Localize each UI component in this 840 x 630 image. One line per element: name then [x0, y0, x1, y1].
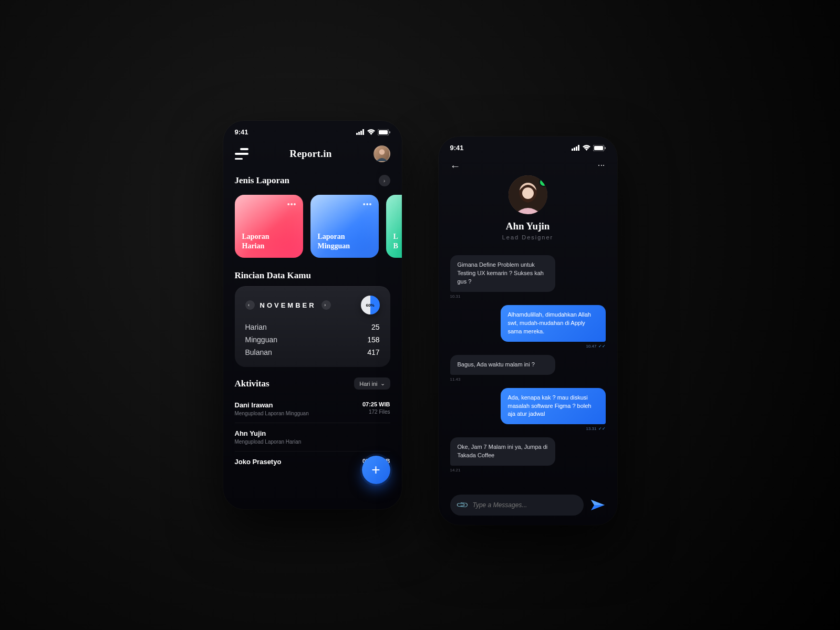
- svg-point-17: [522, 187, 534, 199]
- activity-sub: Mengupload Laporan Mingguan: [235, 411, 309, 416]
- chat-messages[interactable]: Gimana Define Problem untuk Testing UX k…: [439, 251, 617, 472]
- msg-time: 13.31: [586, 426, 596, 431]
- phone-report: 9:41 Report.in Jenis Laporan › ••• Lapor…: [223, 121, 402, 509]
- svg-rect-13: [594, 146, 603, 150]
- svg-rect-11: [578, 145, 579, 151]
- rincian-header: Rincian Data Kamu: [223, 270, 402, 281]
- card-label: Laporan: [242, 233, 269, 240]
- message-input-wrap[interactable]: 📎: [450, 495, 584, 516]
- wifi-icon: [583, 145, 590, 151]
- activity-name: Ahn Yujin: [235, 429, 302, 437]
- svg-rect-9: [574, 148, 575, 151]
- wifi-icon: [367, 129, 375, 135]
- activity-name: Dani Irawan: [235, 401, 309, 409]
- svg-rect-5: [379, 130, 388, 134]
- svg-rect-6: [389, 131, 390, 133]
- message-out[interactable]: Alhamdulillah, dimudahkan Allah swt, mud…: [450, 305, 606, 349]
- status-time: 9:41: [450, 144, 464, 152]
- avatar[interactable]: [374, 145, 390, 162]
- activity-name: Joko Prasetyo: [235, 458, 282, 466]
- aktivitas-header: Aktivitas Hari ini ⌄: [223, 367, 402, 395]
- bubble-text: Bagus, Ada waktu malam ini ?: [450, 355, 555, 375]
- card-label: Harian: [242, 242, 265, 250]
- card-label: L: [393, 233, 398, 240]
- detail-rows: Harian25 Mingguan158 Bulanan417: [245, 323, 380, 356]
- input-row: 📎: [450, 495, 606, 516]
- section-title-rincian: Rincian Data Kamu: [235, 270, 311, 281]
- svg-rect-0: [356, 133, 358, 135]
- signal-icon: [356, 129, 365, 135]
- read-icon: ✓✓: [598, 344, 606, 349]
- detail-row: Harian25: [245, 323, 380, 331]
- profile-role: Lead Designer: [502, 234, 554, 240]
- message-in[interactable]: Bagus, Ada waktu malam ini ? 11.43: [450, 355, 606, 382]
- detail-row: Mingguan158: [245, 335, 380, 344]
- back-icon[interactable]: ←: [450, 160, 461, 172]
- section-title-jenis: Jenis Laporan: [235, 175, 289, 186]
- card-label: B: [393, 242, 398, 250]
- avatar[interactable]: [509, 175, 547, 214]
- profile-name: Ahn Yujin: [506, 220, 550, 232]
- send-button[interactable]: [590, 499, 606, 511]
- battery-icon: [593, 145, 606, 151]
- read-icon: ✓✓: [598, 426, 606, 431]
- activity-item[interactable]: Ahn YujinMengupload Laporan Harian: [235, 423, 390, 451]
- message-out[interactable]: Ada, kenapa kak ? mau diskusi masalah so…: [450, 388, 606, 432]
- section-title-aktivitas: Aktivitas: [235, 379, 269, 389]
- svg-rect-10: [576, 146, 577, 151]
- phone-chat: 9:41 ← ⋮ Ahn Yujin Lead Designer Gimana …: [439, 136, 617, 525]
- activity-item[interactable]: Dani IrawanMengupload Laporan Mingguan 0…: [235, 395, 390, 423]
- chat-header: ← ⋮: [439, 155, 617, 172]
- svg-rect-2: [360, 131, 362, 135]
- svg-rect-3: [362, 129, 364, 135]
- msg-time: 14.21: [450, 468, 461, 472]
- svg-rect-8: [572, 149, 573, 151]
- menu-icon[interactable]: [235, 148, 248, 160]
- more-icon[interactable]: ⋮: [597, 162, 606, 171]
- message-input[interactable]: [473, 501, 576, 509]
- bubble-text: Oke, Jam 7 Malam ini ya, Jumpa di Takada…: [450, 437, 555, 466]
- status-icons: [572, 145, 606, 151]
- add-button[interactable]: +: [362, 456, 390, 484]
- more-icon[interactable]: •••: [363, 200, 372, 209]
- battery-icon: [378, 129, 390, 135]
- detail-row: Bulanan417: [245, 348, 380, 356]
- month-row: ‹ NOVEMBER › 60%: [245, 296, 380, 314]
- month-label: NOVEMBER: [260, 301, 316, 309]
- activity-sub: Mengupload Laporan Harian: [235, 439, 302, 445]
- activity-files: 172 Files: [362, 409, 390, 415]
- detail-card: ‹ NOVEMBER › 60% Harian25 Mingguan158 Bu…: [235, 286, 390, 367]
- svg-point-7: [379, 149, 385, 155]
- card-bulanan[interactable]: ••• LB: [386, 195, 402, 258]
- signal-icon: [572, 145, 580, 151]
- bubble-text: Alhamdulillah, dimudahkan Allah swt, mud…: [501, 305, 606, 342]
- svg-rect-1: [358, 132, 360, 135]
- card-mingguan[interactable]: ••• LaporanMingguan: [310, 195, 379, 258]
- filter-label: Hari ini: [359, 381, 377, 387]
- more-icon[interactable]: •••: [287, 200, 297, 209]
- bubble-text: Gimana Define Problem untuk Testing UX k…: [450, 255, 555, 292]
- filter-dropdown[interactable]: Hari ini ⌄: [354, 377, 390, 390]
- jenis-header: Jenis Laporan ›: [223, 175, 402, 186]
- status-icons: [356, 129, 390, 135]
- attachment-icon[interactable]: 📎: [455, 498, 469, 512]
- pie-pct: 60%: [366, 303, 374, 308]
- msg-time: 10.31: [450, 294, 461, 299]
- statusbar: 9:41: [223, 121, 402, 139]
- activity-time: 07:25 WIB: [362, 401, 390, 407]
- msg-time: 11.43: [450, 377, 461, 382]
- chevron-right-icon[interactable]: ›: [379, 175, 390, 186]
- message-in[interactable]: Gimana Define Problem untuk Testing UX k…: [450, 255, 606, 299]
- report-cards[interactable]: ••• LaporanHarian ••• LaporanMingguan ••…: [223, 186, 402, 267]
- next-month-button[interactable]: ›: [322, 300, 331, 310]
- msg-time: 10.47: [586, 344, 596, 349]
- card-harian[interactable]: ••• LaporanHarian: [235, 195, 303, 258]
- prev-month-button[interactable]: ‹: [245, 300, 255, 310]
- message-in[interactable]: Oke, Jam 7 Malam ini ya, Jumpa di Takada…: [450, 437, 606, 472]
- app-title: Report.in: [289, 148, 331, 160]
- svg-rect-14: [605, 147, 606, 149]
- chat-profile: Ahn Yujin Lead Designer: [439, 172, 617, 251]
- app-header: Report.in: [223, 139, 402, 172]
- card-label: Laporan: [318, 233, 345, 240]
- status-time: 9:41: [235, 128, 248, 136]
